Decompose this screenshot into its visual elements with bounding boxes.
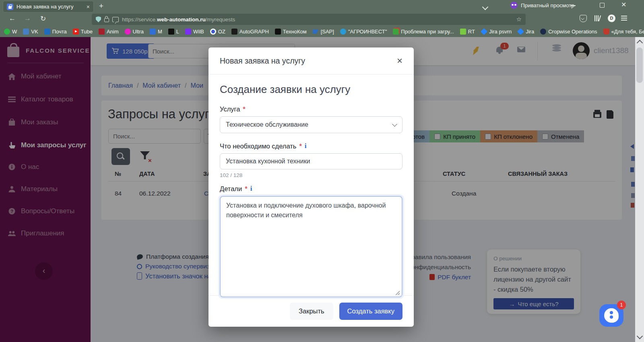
url-bar[interactable]: https://service.web-automation.ru/myrequ…: [92, 14, 526, 25]
private-label: Приватный просмотр: [521, 2, 574, 8]
bookmark-wilb[interactable]: WilB: [185, 29, 204, 35]
library-icon[interactable]: [594, 15, 601, 22]
sap-icon: [313, 29, 319, 35]
modal-footer: Закрыть Создать заявку: [208, 295, 414, 327]
ozon-icon: [210, 29, 216, 35]
window-close-button[interactable]: ✕: [621, 1, 626, 8]
modal-close-icon[interactable]: ×: [397, 56, 402, 66]
technokom-icon: [275, 29, 281, 35]
mail-m-icon: [150, 29, 156, 35]
bookmarks-bar: W VK Почта Tube Anim Ultra M L WilB OZ A…: [0, 26, 644, 37]
browser-tab[interactable]: Новая заявка на услугу ×: [3, 1, 93, 12]
shield-red-icon: [603, 29, 609, 35]
profile-avatar-button[interactable]: D: [608, 14, 615, 22]
window-minimize-button[interactable]: [571, 5, 576, 6]
url-text[interactable]: https://service.web-automation.ru/myrequ…: [122, 16, 513, 23]
bookmark-vk[interactable]: VK: [23, 29, 38, 35]
tab-favicon-bag-icon: [7, 4, 13, 10]
lock-icon: [104, 18, 109, 22]
bookmark-sap[interactable]: [SAP]: [313, 29, 334, 35]
screen: Новая заявка на услугу × + Приватный про…: [0, 0, 644, 342]
new-tab-button[interactable]: +: [99, 2, 103, 10]
tab-close-icon[interactable]: ×: [87, 4, 90, 10]
private-mask-icon: [510, 2, 518, 9]
info-tooltip-icon[interactable]: i: [250, 185, 252, 193]
modal-title: Новая заявка на услугу: [220, 56, 305, 66]
what-input[interactable]: [220, 153, 402, 169]
permissions-icon[interactable]: [112, 17, 119, 22]
bookmark-jira-psvrn[interactable]: Jira psvrn: [481, 29, 512, 35]
char-counter: 102 / 128: [220, 172, 402, 178]
url-host: web-automation.ru: [157, 16, 206, 23]
bookmark-l[interactable]: L: [168, 29, 179, 35]
sharepoint-icon: [340, 29, 346, 35]
scrollbar-thumb[interactable]: [636, 47, 643, 83]
chevron-down-icon: [392, 122, 397, 127]
service-select[interactable]: Техническое обслуживание: [220, 116, 402, 133]
cropwise-icon: [540, 29, 546, 35]
bookmark-rt[interactable]: RT: [460, 29, 475, 35]
pocket-icon[interactable]: [580, 15, 587, 22]
details-textarea[interactable]: Установка и подключение духового шкафа, …: [220, 196, 402, 297]
details-label: Детали * i: [220, 185, 402, 193]
rt-icon: [460, 29, 466, 35]
window-restore-button[interactable]: [600, 3, 605, 8]
chat-badge: 1: [617, 301, 626, 309]
tab-title: Новая заявка на услугу: [17, 4, 83, 10]
chat-bubble-icon: [604, 308, 619, 323]
bookmark-whatsapp[interactable]: W: [4, 29, 17, 35]
whatsapp-icon: [4, 29, 10, 35]
required-asterisk: *: [243, 105, 245, 113]
browser-chrome: Новая заявка на услугу × + Приватный про…: [0, 0, 644, 37]
scroll-up-icon[interactable]: [637, 40, 643, 46]
plant-icon: [393, 29, 399, 35]
bookmark-problema[interactable]: Проблема при загру...: [393, 29, 454, 35]
jira-icon: [481, 28, 487, 35]
bookmark-bessmertny[interactable]: «Для тебя, Бессмерт...: [603, 29, 644, 35]
chat-widget-button[interactable]: 1: [599, 304, 623, 327]
wildberries-icon: [185, 29, 191, 35]
new-request-modal: Новая заявка на услугу × Создание заявки…: [208, 47, 414, 327]
details-field-wrap: Установка и подключение духового шкафа, …: [220, 196, 402, 299]
url-path: /myrequests: [206, 16, 235, 23]
modal-header: Новая заявка на услугу ×: [208, 47, 414, 74]
bookmark-ultra[interactable]: Ultra: [125, 29, 144, 35]
private-browsing-indicator: Приватный просмотр: [510, 2, 574, 9]
bookmark-anim[interactable]: Anim: [99, 29, 119, 35]
info-tooltip-icon[interactable]: i: [305, 142, 307, 150]
bookmark-autograph[interactable]: AutoGRAPH: [231, 29, 269, 35]
tab-list-chevron-icon[interactable]: [482, 4, 489, 10]
bookmark-youtube[interactable]: Tube: [73, 29, 93, 35]
vk-icon: [23, 29, 29, 35]
modal-heading: Создание заявки на услугу: [220, 83, 402, 96]
required-asterisk: *: [299, 142, 301, 150]
service-label: Услуга *: [220, 105, 402, 113]
anim-icon: [99, 29, 105, 35]
tracking-shield-icon[interactable]: [96, 16, 101, 23]
bookmark-star-icon[interactable]: ☆: [516, 16, 522, 23]
ultra-icon: [125, 29, 131, 35]
l-icon: [168, 29, 174, 35]
bookmark-cropwise[interactable]: Cropwise Operations: [540, 29, 597, 35]
bookmark-agroinvest[interactable]: "АГРОИНВЕСТ": [340, 29, 387, 35]
required-asterisk: *: [245, 185, 247, 193]
browser-navbar: ← → ↻ https://service.web-automation.ru/…: [0, 12, 644, 26]
reload-button[interactable]: ↻: [40, 14, 46, 23]
bookmark-jira[interactable]: Jira: [518, 29, 534, 35]
forward-button[interactable]: →: [24, 14, 31, 23]
back-button[interactable]: ←: [9, 14, 16, 23]
what-label: Что необходимо сделать * i: [220, 142, 402, 150]
jira-icon: [517, 28, 524, 35]
menu-hamburger-icon[interactable]: [621, 16, 627, 21]
bookmark-m[interactable]: M: [150, 29, 162, 35]
scroll-down-icon[interactable]: [637, 333, 643, 340]
bookmark-ozon[interactable]: OZ: [210, 29, 225, 35]
youtube-icon: [73, 29, 79, 35]
bookmark-technokom[interactable]: ТехноКом: [275, 29, 307, 35]
create-request-button[interactable]: Создать заявку: [339, 303, 402, 320]
outlook-icon: [44, 29, 50, 35]
modal-body: Создание заявки на услугу Услуга * Техни…: [208, 74, 414, 299]
page-scrollbar[interactable]: [635, 37, 644, 342]
bookmark-mail[interactable]: Почта: [44, 29, 67, 35]
close-button[interactable]: Закрыть: [290, 303, 333, 320]
